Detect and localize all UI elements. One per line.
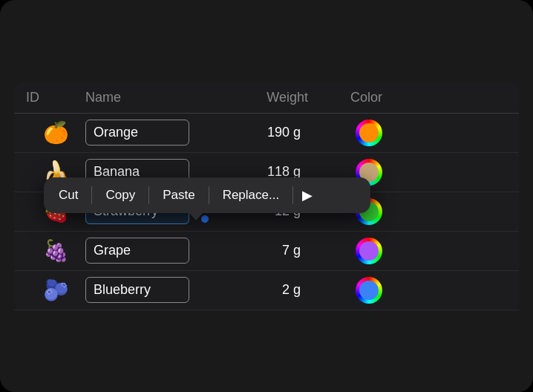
menu-separator [292,186,293,204]
row-color-circle[interactable] [308,238,382,264]
row-name-field[interactable] [85,238,219,264]
name-input-orange[interactable] [85,120,189,146]
row-weight-value: 7 g [219,243,308,258]
row-weight-value: 2 g [219,282,308,298]
paste-menu-item[interactable]: Paste [151,183,206,207]
row-emoji: 🍇 [26,238,85,263]
row-emoji: 🍊 [26,120,85,145]
phone-frame: ID Name Weight Color 🍊 190 g 🍌 118 g [0,0,533,392]
row-color-circle[interactable] [308,120,382,146]
header-name: Name [85,90,219,105]
row-weight-value: 190 g [219,125,308,140]
menu-separator [148,186,149,204]
table-row: 🍇 7 g [14,232,519,271]
name-input-blueberry[interactable] [85,277,189,303]
more-menu-button[interactable]: ▶ [295,184,320,206]
row-name-field[interactable] [85,277,219,303]
menu-separator [91,186,92,204]
cut-menu-item[interactable]: Cut [47,183,90,207]
table-container: ID Name Weight Color 🍊 190 g 🍌 118 g [14,82,519,310]
context-menu: Cut Copy Paste Replace... ▶ [44,177,370,213]
color-picker-blueberry[interactable] [356,277,382,304]
table-header: ID Name Weight Color [14,82,519,114]
table-row: 🍊 190 g [14,114,519,153]
row-name-field[interactable] [85,120,219,146]
color-picker-grape[interactable] [356,238,382,264]
header-weight: Weight [219,90,308,105]
header-id: ID [26,90,85,105]
header-color: Color [308,90,382,105]
name-input-grape[interactable] [85,238,189,264]
row-color-circle[interactable] [308,277,382,304]
table-row: 🫐 2 g [14,271,519,310]
color-picker-orange[interactable] [356,120,382,146]
menu-separator [209,186,209,204]
strawberry-row: Cut Copy Paste Replace... ▶ 🍓 12 g [14,192,519,232]
context-menu-arrow [189,212,203,220]
row-emoji: 🫐 [26,278,85,302]
copy-menu-item[interactable]: Copy [94,183,147,207]
replace-menu-item[interactable]: Replace... [211,183,292,207]
